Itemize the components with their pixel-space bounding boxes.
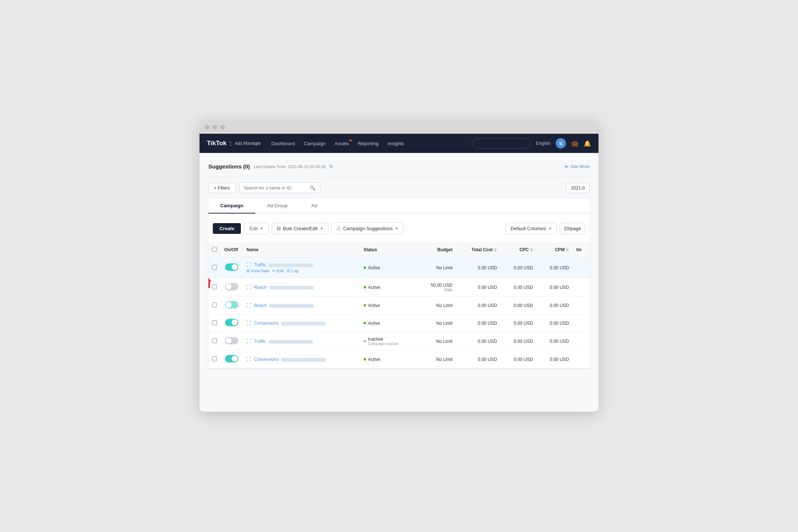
navbar: TikTok : Ads Manager Dashboard Campaign … (200, 134, 598, 153)
td-checkbox[interactable] (208, 314, 221, 332)
td-im (573, 332, 590, 351)
campaign-name-blurred (269, 340, 313, 344)
filter-button[interactable]: + Filters (208, 183, 235, 193)
td-name: ⛶ Traffic ⊞ View Data ✏ Edit ☰ Log (243, 258, 360, 278)
log-link[interactable]: ☰ Log (287, 269, 298, 273)
td-toggle[interactable] (221, 258, 243, 278)
td-name: ⛶ Conversions (243, 351, 360, 368)
search-box-wrapper: 🔍 (239, 183, 320, 193)
nav-search-input[interactable] (472, 138, 531, 149)
td-cpm: 0.00 USD (537, 297, 573, 314)
brand-logo: TikTok : Ads Manager (207, 140, 261, 147)
td-toggle[interactable] (221, 297, 243, 314)
td-toggle[interactable]: ⬆ (221, 278, 243, 297)
table-row: ⛶ Conversions Active No Limit (208, 314, 590, 332)
campaign-name-link[interactable]: Traffic (254, 339, 266, 344)
status-sub-text: Campaign inactive (368, 342, 398, 346)
edit-link[interactable]: ✏ Edit (272, 269, 284, 273)
see-more-button[interactable]: ≫ See More (564, 164, 590, 169)
status-dot-active (364, 322, 366, 324)
td-status: Active (360, 258, 417, 278)
td-cpc: 0.00 USD (501, 332, 536, 351)
row-checkbox[interactable] (212, 284, 217, 289)
nav-campaign[interactable]: Campaign (304, 141, 325, 146)
table-row: ⬆ ⛶ Reach Active (208, 278, 590, 297)
row-checkbox[interactable] (212, 320, 217, 325)
td-total-cost: 0.00 USD (456, 297, 501, 314)
per-page-button[interactable]: 20/page (560, 223, 585, 234)
nav-assets[interactable]: Assets (334, 141, 349, 146)
bell-icon[interactable]: 🔔 (584, 140, 591, 147)
td-checkbox[interactable] (208, 278, 221, 297)
select-all-checkbox[interactable] (212, 247, 217, 252)
row-checkbox[interactable] (212, 265, 217, 270)
status-badge: Inactive Campaign inactive (364, 337, 413, 346)
td-im (573, 297, 590, 314)
app-window: TikTok : Ads Manager Dashboard Campaign … (200, 120, 598, 412)
campaign-name-link[interactable]: Reach (254, 285, 267, 290)
refresh-icon[interactable]: ↻ (329, 164, 333, 169)
bulk-create-edit-button[interactable]: ⊟ Bulk Create/Edit ▼ (272, 223, 328, 234)
suggestions-update: Last Update Time: 2021-06-15 00:34:18 (254, 164, 325, 169)
campaign-name-link[interactable]: Reach (254, 303, 267, 308)
campaign-suggestions-button[interactable]: ⚠ Campaign Suggestions ▼ (331, 222, 403, 234)
tab-ad-group[interactable]: Ad Group (255, 198, 300, 214)
maximize-btn[interactable] (220, 125, 225, 130)
toggle-on[interactable] (225, 263, 238, 271)
search-input[interactable] (244, 185, 307, 191)
nav-dashboard[interactable]: Dashboard (272, 141, 295, 146)
td-checkbox[interactable] (208, 258, 221, 278)
td-name: ⛶ Conversions (243, 314, 360, 332)
campaign-name-link[interactable]: Conversions (254, 321, 279, 326)
toggle-on[interactable] (225, 319, 238, 326)
td-budget: 50.00 USD Daily (417, 278, 456, 297)
toggle-off[interactable] (225, 337, 238, 344)
avatar[interactable]: S (556, 138, 566, 149)
td-cpm: 0.00 USD (537, 314, 573, 332)
briefcase-icon[interactable]: 💼 (571, 140, 579, 147)
td-name: ⛶ Traffic (243, 332, 360, 351)
th-select-all[interactable] (208, 242, 221, 258)
default-columns-button[interactable]: Default Columns ▼ (506, 223, 557, 234)
td-toggle[interactable] (221, 332, 243, 351)
td-toggle[interactable] (221, 351, 243, 368)
th-cpm: CPM ⇅ (537, 242, 573, 258)
td-budget: No Limit (417, 258, 456, 278)
toggle-partial[interactable] (225, 301, 238, 308)
td-checkbox[interactable] (208, 351, 221, 368)
campaign-type-icon: ⛶ (246, 338, 251, 344)
edit-button[interactable]: Edit ▼ (244, 223, 269, 234)
campaign-name-link[interactable]: Conversions (254, 357, 279, 362)
cpc-sort-icon[interactable]: ⇅ (530, 248, 533, 252)
nav-language[interactable]: English (536, 141, 550, 146)
td-cpm: 0.00 USD (537, 351, 573, 368)
view-data-link[interactable]: ⊞ View Data (246, 269, 269, 273)
td-toggle[interactable] (221, 314, 243, 332)
status-badge: Active (364, 357, 413, 362)
td-cpc: 0.00 USD (501, 278, 536, 297)
nav-insights[interactable]: Insights (388, 141, 404, 146)
cpm-sort-icon[interactable]: ⇅ (566, 248, 569, 252)
toolbar-row: + Filters 🔍 2021-0 (208, 183, 590, 193)
tab-campaign[interactable]: Campaign (208, 198, 255, 214)
create-button[interactable]: Create (213, 223, 241, 234)
td-checkbox[interactable] (208, 297, 221, 314)
campaign-table: On/Off Name Status Budget Total Cost ⇅ C… (208, 242, 590, 368)
total-cost-sort-icon[interactable]: ⇅ (494, 248, 497, 252)
close-btn[interactable] (205, 125, 209, 130)
row-checkbox[interactable] (212, 338, 217, 343)
tab-ad[interactable]: Ad (300, 198, 329, 214)
toggle-off[interactable] (225, 283, 238, 290)
td-checkbox[interactable] (208, 332, 221, 351)
date-picker[interactable]: 2021-0 (566, 183, 590, 193)
th-total-cost: Total Cost ⇅ (456, 242, 501, 258)
nav-reporting[interactable]: Reporting (358, 141, 378, 146)
main-content: Suggestions (0) Last Update Time: 2021-0… (200, 153, 598, 412)
toggle-on[interactable] (225, 355, 238, 362)
row-checkbox[interactable] (212, 357, 217, 361)
table-row: ⛶ Traffic Inactive Campaign inactive (208, 332, 590, 351)
td-cpm: 0.00 USD (537, 278, 573, 297)
campaign-name-link[interactable]: Traffic (254, 262, 266, 267)
row-checkbox[interactable] (212, 303, 217, 307)
minimize-btn[interactable] (212, 125, 217, 130)
